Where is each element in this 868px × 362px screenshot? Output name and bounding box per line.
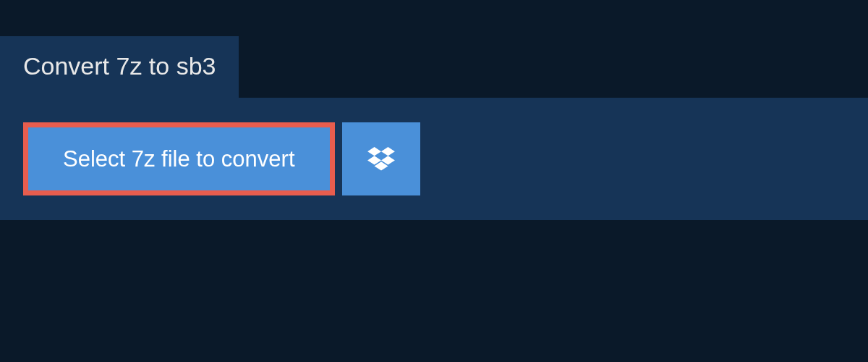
dropbox-icon <box>367 147 395 172</box>
page-title-tab: Convert 7z to sb3 <box>0 36 239 98</box>
select-file-label: Select 7z file to convert <box>63 148 295 170</box>
upload-panel: Select 7z file to convert <box>0 98 868 220</box>
dropbox-button[interactable] <box>342 122 420 195</box>
button-row: Select 7z file to convert <box>23 122 845 195</box>
select-file-button[interactable]: Select 7z file to convert <box>23 122 335 195</box>
page-title: Convert 7z to sb3 <box>23 52 216 80</box>
